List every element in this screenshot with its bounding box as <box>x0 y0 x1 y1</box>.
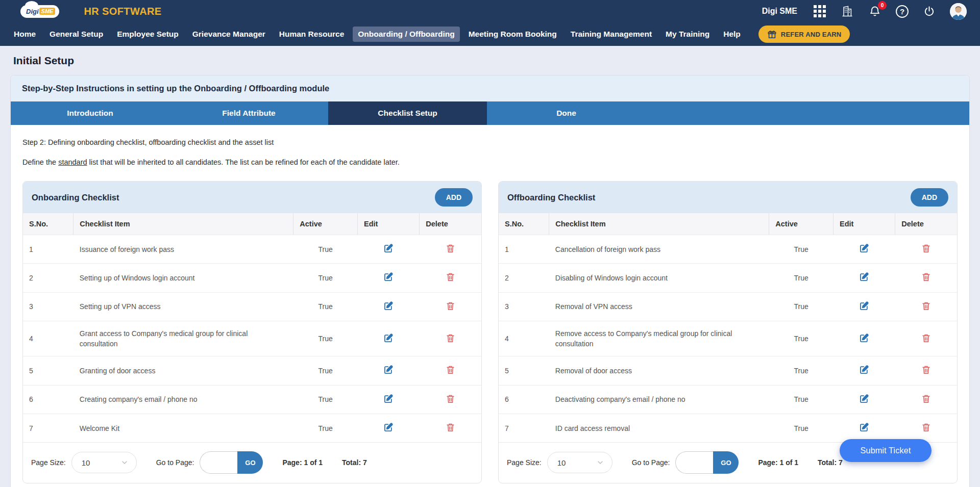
table-row: 7 ID card access removal True <box>499 414 957 443</box>
edit-button[interactable] <box>381 271 396 285</box>
edit-pencil-icon <box>859 394 869 404</box>
table-row: 2 Setting up of Windows login account Tr… <box>23 264 481 292</box>
go-button[interactable]: GO <box>713 451 739 474</box>
go-button[interactable]: GO <box>237 451 263 474</box>
apps-grid-icon[interactable] <box>814 5 826 17</box>
cell-active: True <box>293 235 358 264</box>
step-description: Define the standard list that will be in… <box>22 158 958 166</box>
onboarding-panel-header: Onboarding Checklist ADD <box>23 182 481 213</box>
power-logout-icon[interactable] <box>923 6 935 17</box>
organization-building-icon[interactable] <box>841 5 854 18</box>
trash-icon <box>446 333 455 343</box>
onboarding-panel-title: Onboarding Checklist <box>32 193 119 202</box>
table-row: 2 Disabling of Windows login account Tru… <box>499 264 957 292</box>
edit-button[interactable] <box>857 271 871 285</box>
nav-item-grievance-manager[interactable]: Grievance Manager <box>192 30 265 39</box>
nav-item-employee-setup[interactable]: Employee Setup <box>117 30 179 39</box>
page-info: Page: 1 of 1 <box>282 458 323 467</box>
delete-button[interactable] <box>919 242 933 256</box>
nav-item-my-training[interactable]: My Training <box>666 30 709 39</box>
delete-button[interactable] <box>919 421 933 435</box>
delete-button[interactable] <box>919 271 933 285</box>
edit-button[interactable] <box>857 332 871 346</box>
delete-button[interactable] <box>919 300 933 314</box>
col-checklist-item: Checklist Item <box>74 213 293 235</box>
navbar-brand-row: Digi SME HR SOFTWARE Digi SME <box>0 0 980 22</box>
goto-page-input[interactable] <box>200 451 237 474</box>
trash-icon <box>446 243 455 253</box>
delete-button[interactable] <box>444 271 457 285</box>
page-size-select[interactable]: 10 <box>547 452 612 473</box>
edit-button[interactable] <box>857 393 871 406</box>
edit-button[interactable] <box>857 364 871 377</box>
edit-pencil-icon <box>383 365 394 375</box>
tab-introduction[interactable]: Introduction <box>11 101 169 125</box>
page-info: Page: 1 of 1 <box>758 458 798 467</box>
cell-active: True <box>293 414 358 443</box>
delete-button[interactable] <box>444 364 457 377</box>
delete-button[interactable] <box>444 421 457 435</box>
edit-pencil-icon <box>383 394 394 404</box>
goto-page-input[interactable] <box>675 451 713 474</box>
offboarding-panel-header: Offboarding Checklist ADD <box>499 182 957 213</box>
delete-button[interactable] <box>919 393 933 406</box>
delete-button[interactable] <box>919 332 933 346</box>
delete-button[interactable] <box>919 364 933 377</box>
tab-done[interactable]: Done <box>487 101 646 125</box>
edit-button[interactable] <box>857 242 871 256</box>
offboarding-checklist-panel: Offboarding Checklist ADD S.No. Checklis… <box>498 181 958 483</box>
help-icon[interactable] <box>896 5 909 18</box>
notifications-bell-icon[interactable]: 0 <box>869 5 881 18</box>
page-size-value: 10 <box>557 458 566 467</box>
edit-pencil-icon <box>859 301 869 311</box>
col-sno: S.No. <box>23 213 74 235</box>
delete-button[interactable] <box>444 300 457 314</box>
edit-button[interactable] <box>381 393 396 406</box>
nav-item-human-resource[interactable]: Human Resource <box>279 30 344 39</box>
edit-button[interactable] <box>381 421 396 435</box>
refer-and-earn-button[interactable]: REFER AND EARN <box>758 25 850 43</box>
trash-icon <box>921 243 931 253</box>
cell-active: True <box>293 264 358 292</box>
trash-icon <box>921 301 931 311</box>
col-active: Active <box>293 213 358 235</box>
table-row: 6 Deactivating company's email / phone n… <box>499 385 957 414</box>
cell-active: True <box>769 321 834 356</box>
offboarding-add-button[interactable]: ADD <box>911 188 948 207</box>
onboarding-add-button[interactable]: ADD <box>435 188 473 207</box>
cell-checklist-item: Grant access to Company's medical group … <box>74 321 293 356</box>
nav-item-onboarding-offboarding[interactable]: Onboarding / Offboarding <box>353 27 459 42</box>
cell-checklist-item: Creating company's email / phone no <box>74 385 293 414</box>
grid-glyph <box>814 5 826 17</box>
nav-item-home[interactable]: Home <box>14 30 36 39</box>
delete-button[interactable] <box>444 332 457 346</box>
nav-item-general-setup[interactable]: General Setup <box>50 30 103 39</box>
col-edit: Edit <box>358 213 420 235</box>
page-size-select[interactable]: 10 <box>71 452 137 473</box>
delete-button[interactable] <box>444 393 457 406</box>
trash-icon <box>446 422 455 432</box>
col-delete: Delete <box>420 213 481 235</box>
delete-button[interactable] <box>444 242 457 256</box>
tab-field-attribute[interactable]: Field Attribute <box>169 101 328 125</box>
edit-button[interactable] <box>381 300 396 314</box>
digisme-logo[interactable]: Digi SME <box>20 5 59 18</box>
table-row: 3 Removal of VPN access True <box>499 292 957 321</box>
tab-checklist-setup[interactable]: Checklist Setup <box>328 101 487 125</box>
nav-item-meeting-room-booking[interactable]: Meeting Room Booking <box>469 30 557 39</box>
edit-button[interactable] <box>381 364 396 377</box>
edit-button[interactable] <box>381 242 396 256</box>
nav-item-help[interactable]: Help <box>723 30 741 39</box>
edit-button[interactable] <box>857 421 871 435</box>
cell-active: True <box>293 292 358 321</box>
edit-pencil-icon <box>859 422 869 432</box>
user-avatar[interactable] <box>950 3 967 20</box>
table-row: 4 Remove access to Company's medical gro… <box>499 321 957 356</box>
cell-sno: 5 <box>23 356 74 385</box>
submit-ticket-button[interactable]: Submit Ticket <box>840 439 932 462</box>
edit-button[interactable] <box>857 300 871 314</box>
edit-button[interactable] <box>381 332 396 346</box>
nav-item-training-management[interactable]: Training Management <box>571 30 652 39</box>
cell-checklist-item: Setting up of Windows login account <box>74 264 293 292</box>
page-content: Initial Setup Step-by-Step Instructions … <box>0 55 980 487</box>
